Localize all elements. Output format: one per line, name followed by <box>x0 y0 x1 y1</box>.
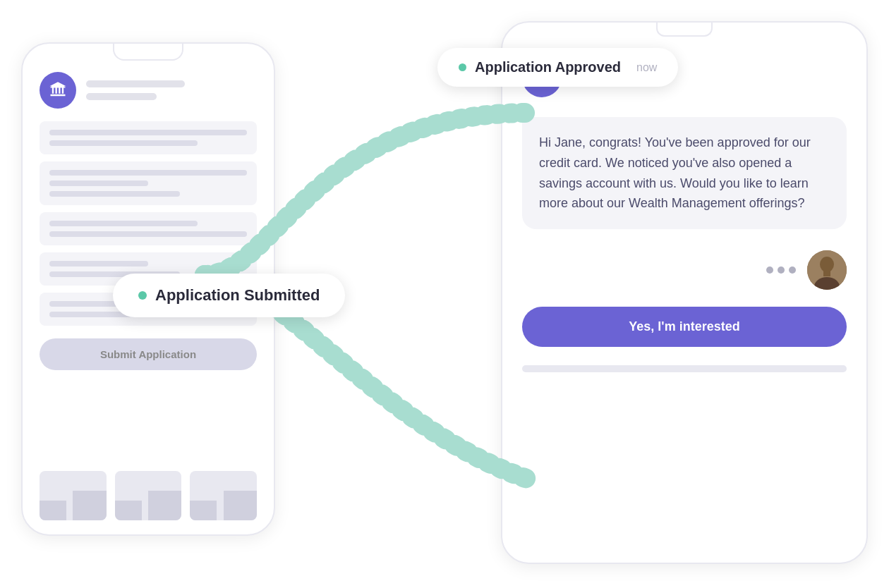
submit-application-button[interactable]: Submit Application <box>40 338 257 370</box>
typing-dot-2 <box>778 267 785 274</box>
form-group-2 <box>40 161 257 205</box>
thumbnail-2 <box>115 471 182 520</box>
header-line-2 <box>86 93 157 100</box>
bottom-line <box>522 365 847 372</box>
bank-icon-circle <box>40 72 76 109</box>
chat-message-text: Hi Jane, congrats! You've been approved … <box>539 135 811 210</box>
pill-approved-time: now <box>636 61 657 74</box>
form-line <box>49 140 198 146</box>
form-line <box>49 221 198 226</box>
chat-inner: Hi Jane, congrats! You've been approved … <box>502 23 866 563</box>
form-line <box>49 191 180 197</box>
svg-rect-3 <box>823 271 830 276</box>
header-line-1 <box>86 80 185 87</box>
app-header <box>40 72 257 109</box>
chat-response-row <box>522 250 847 290</box>
pill-approved: Application Approved now <box>437 48 678 87</box>
phone-right-notch <box>656 23 713 37</box>
form-line <box>49 170 247 176</box>
pill-approved-text: Application Approved <box>475 59 621 75</box>
pill-submitted: Application Submitted <box>113 274 345 317</box>
thumbnail-1 <box>40 471 107 520</box>
bank-icon <box>48 80 68 100</box>
form-line <box>49 130 247 135</box>
form-group-3 <box>40 212 257 245</box>
status-dot-green <box>138 291 147 300</box>
form-group-1 <box>40 121 257 154</box>
form-line <box>49 180 148 186</box>
right-phone: Hi Jane, congrats! You've been approved … <box>501 21 868 564</box>
header-lines <box>86 80 257 100</box>
cta-button[interactable]: Yes, I'm interested <box>522 307 847 347</box>
bottom-thumbnails <box>40 471 257 520</box>
thumbnail-3 <box>190 471 257 520</box>
svg-point-1 <box>820 257 834 272</box>
status-dot-approved <box>459 63 466 71</box>
typing-dots <box>766 267 796 274</box>
phone-notch <box>113 44 183 61</box>
user-face-icon <box>807 250 847 290</box>
form-line <box>49 231 247 237</box>
form-line <box>49 261 148 267</box>
pill-submitted-text: Application Submitted <box>155 286 320 305</box>
user-avatar <box>807 250 847 290</box>
scene: Submit Application Application Submitted… <box>0 0 889 588</box>
typing-dot-3 <box>789 267 796 274</box>
typing-dot-1 <box>766 267 773 274</box>
chat-bubble: Hi Jane, congrats! You've been approved … <box>522 117 847 229</box>
